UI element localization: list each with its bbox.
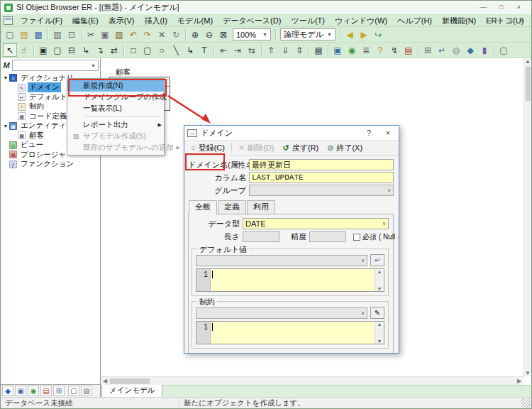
print-preview-icon[interactable]: ⊡ [65,28,79,41]
panel-tab-entity[interactable]: ▣ [15,386,26,396]
enter-shape-icon[interactable]: ↵ [435,43,449,57]
grid-icon[interactable]: ▦ [311,43,326,57]
new-icon[interactable]: ▢ [3,28,17,41]
entity-tool-icon[interactable]: ▣ [36,43,50,57]
align-horizontal-icon[interactable]: ⇆ [245,43,259,57]
zoom-fit-icon[interactable]: ⊠ [216,28,231,41]
prev-model-icon[interactable]: ◀ [343,28,357,41]
textarea-scrollbar[interactable]: ▲▼ [375,269,384,291]
polyline-tool-icon[interactable]: ↳ [183,43,197,57]
delete-icon[interactable]: ✕ [155,28,169,41]
mdi-close-button[interactable]: × [516,16,528,26]
domain-shape-icon[interactable]: ◎ [449,43,463,57]
scroll-right-icon[interactable]: ▶ [515,378,523,384]
constraint-select[interactable]: ∨ [196,307,367,319]
select-tool-icon[interactable]: ↖ [3,43,17,57]
menu-new-features[interactable]: 新機能(N) [437,14,481,27]
next-model-icon[interactable]: ▶ [357,28,371,41]
menu-model[interactable]: モデル(M) [172,14,218,27]
panel-tab-note[interactable]: ▢ [68,386,79,396]
scroll-up-icon[interactable]: ▲ [377,269,382,274]
menu-file[interactable]: ファイル(F) [16,14,67,27]
copy-icon[interactable]: ▣ [98,28,112,41]
default-value-textarea[interactable]: 1 ▲▼ [196,268,384,292]
scroll-left-icon[interactable]: ◀ [101,378,109,384]
scroll-up-icon[interactable]: ▲ [523,58,531,65]
tab-general[interactable]: 全般 [189,200,217,214]
panel-tab-image[interactable]: ▨ [81,386,92,396]
sequence-object-icon[interactable]: ≣ [359,43,373,57]
tab-definition[interactable]: 定義 [218,200,246,214]
ellipse-tool-icon[interactable]: ○ [155,43,169,57]
expander-icon[interactable]: ▼ [2,75,9,80]
delete-button[interactable]: ✕ 削除(D) [235,141,278,155]
ctx-new[interactable]: 新規作成(N) [67,80,164,92]
synonym-object-icon[interactable]: ? [373,43,387,57]
zoom-in-icon[interactable]: ⊕ [188,28,202,41]
ctx-add-to-submodel[interactable]: 既存のサブモデルへの追加 ▶ [67,142,164,153]
constraint-textarea[interactable]: 1 ▲▼ [196,321,384,344]
dependent-entity-tool-icon[interactable]: ⊟ [65,43,79,57]
default-value-select[interactable]: ∨ [196,255,367,266]
constraint-edit-button[interactable]: ✎ [370,307,384,319]
tree-item-function[interactable]: ƒ ファンクション [1,160,100,170]
scroll-up-icon[interactable]: ▲ [377,322,382,327]
zoom-select[interactable]: 100% ▼ [233,28,271,40]
exit-button[interactable]: ⊘ 終了(X) [323,141,366,155]
trigger-object-icon[interactable]: ↯ [387,43,401,57]
panel-tab-view[interactable]: ◉ [28,386,39,396]
horizontal-scrollbar[interactable]: ◀ ▶ [101,376,523,385]
textarea-scrollbar[interactable]: ▲▼ [375,322,384,344]
panel-tab-procedure[interactable]: ▤ [40,386,52,396]
paste-icon[interactable]: ▨ [112,28,126,41]
subtype-entity-tool-icon[interactable]: ▢ [50,43,65,57]
model-type-select[interactable]: 論理モデル ▼ [280,28,336,40]
many-to-many-relation-tool-icon[interactable]: ⇄ [107,43,121,57]
print-icon[interactable]: ▥ [50,28,65,41]
ctx-domain-group[interactable]: ドメイングループの作成 [67,92,164,103]
view-object-icon[interactable]: ◉ [345,43,359,57]
mdi-restore-button[interactable]: □ [504,16,516,26]
menu-view[interactable]: 表示(V) [104,14,140,27]
precision-field[interactable] [309,231,346,242]
menu-edit[interactable]: 編集(E) [67,14,104,27]
expander-icon[interactable]: ▼ [2,124,9,129]
menu-tools[interactable]: ツール(T) [286,14,330,27]
column-name-field[interactable]: LAST_UPDATE [249,172,394,183]
rectangle-tool-icon[interactable]: □ [126,43,140,57]
tab-usage[interactable]: 利用 [247,200,275,214]
er-navigation-icon[interactable]: ↪ [371,28,385,41]
length-field[interactable] [243,231,279,242]
dialog-help-button[interactable]: ? [361,129,377,137]
dialog-close-button[interactable]: × [380,129,396,137]
domain-name-field[interactable]: 最終更新日 [249,159,394,170]
cut-icon[interactable]: ✂ [84,28,98,41]
open-icon[interactable]: ▤ [17,28,31,41]
dictionary-shape-icon[interactable]: ◆ [463,43,477,57]
align-top-icon[interactable]: ⇑ [264,43,278,57]
pan-tool-icon[interactable]: ☝ [17,43,31,57]
ctx-list-view[interactable]: 一覧表示(L) [67,103,164,114]
save-icon[interactable]: ▦ [31,28,45,41]
align-vertical-icon[interactable]: ⇕ [292,43,306,57]
scroll-down-icon[interactable]: ▼ [377,339,382,344]
datatype-select[interactable]: DATE ∨ [243,218,389,229]
align-bottom-icon[interactable]: ⇓ [278,43,292,57]
required-checkbox[interactable] [353,234,360,241]
zoom-out-icon[interactable]: ⊖ [202,28,216,41]
close-button[interactable]: × [510,1,528,13]
revert-all-icon[interactable]: ↻ [169,28,183,41]
redo-icon[interactable]: ↷ [140,28,155,41]
menu-window[interactable]: ウィンドウ(W) [330,14,392,27]
tab-main-model[interactable]: メインモデル [101,384,162,397]
scroll-down-icon[interactable]: ▼ [523,370,531,376]
vertical-scrollbar[interactable]: ▲ ▼ [523,58,531,376]
maximize-button[interactable]: □ [492,1,510,13]
undo-icon[interactable]: ↶ [126,28,140,41]
align-left-icon[interactable]: ⇤ [216,43,231,57]
subtype-shape-icon[interactable]: ⊞ [421,43,435,57]
procedure-object-icon[interactable]: ▤ [401,43,416,57]
register-button[interactable]: ○ 登録(C) [187,141,228,155]
comment-shape-icon[interactable]: ▢ [497,43,511,57]
line-tool-icon[interactable]: ╲ [169,43,183,57]
